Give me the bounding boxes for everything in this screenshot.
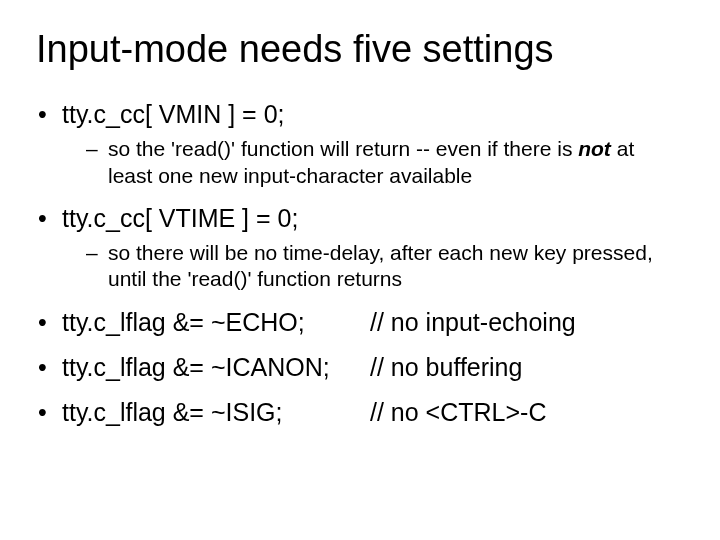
sub-list: so there will be no time-delay, after ea… (62, 240, 684, 293)
emphasis-not: not (578, 137, 611, 160)
comment-text: // no buffering (370, 352, 684, 383)
bullet-list: tty.c_cc[ VMIN ] = 0; so the 'read()' fu… (36, 99, 684, 428)
sub-bullet: so the 'read()' function will return -- … (86, 136, 684, 189)
sub-list: so the 'read()' function will return -- … (62, 136, 684, 189)
bullet-vtime: tty.c_cc[ VTIME ] = 0; so there will be … (36, 203, 684, 293)
slide: Input-mode needs five settings tty.c_cc[… (0, 0, 720, 540)
bullet-icanon: tty.c_lflag &= ~ICANON; // no buffering (36, 352, 684, 383)
code-text: tty.c_cc[ VTIME ] = 0; (62, 204, 298, 232)
bullet-vmin: tty.c_cc[ VMIN ] = 0; so the 'read()' fu… (36, 99, 684, 189)
code-text: tty.c_cc[ VMIN ] = 0; (62, 100, 285, 128)
comment-text: // no input-echoing (370, 307, 684, 338)
bullet-echo: tty.c_lflag &= ~ECHO; // no input-echoin… (36, 307, 684, 338)
code-text: tty.c_lflag &= ~ISIG; (62, 397, 370, 428)
sub-text-a: so the 'read()' function will return -- … (108, 137, 578, 160)
slide-title: Input-mode needs five settings (36, 28, 684, 71)
comment-text: // no <CTRL>-C (370, 397, 684, 428)
bullet-isig: tty.c_lflag &= ~ISIG; // no <CTRL>-C (36, 397, 684, 428)
sub-bullet: so there will be no time-delay, after ea… (86, 240, 684, 293)
code-text: tty.c_lflag &= ~ECHO; (62, 307, 370, 338)
code-text: tty.c_lflag &= ~ICANON; (62, 352, 370, 383)
